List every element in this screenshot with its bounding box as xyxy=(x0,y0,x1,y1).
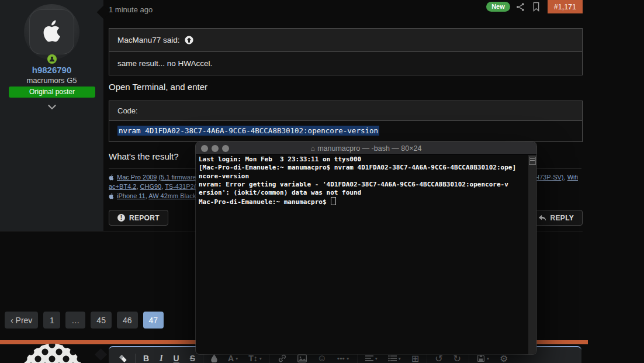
caret-down-icon: ▾ xyxy=(375,356,378,361)
terminal-scrollbar[interactable] xyxy=(528,155,536,354)
toolbar-divider xyxy=(427,354,427,363)
signature-link[interactable]: CHG90 xyxy=(140,183,162,190)
font-color-button[interactable]: A▾ xyxy=(223,353,243,363)
signature-link[interactable]: iPhone 11 xyxy=(117,192,146,199)
apple-icon xyxy=(109,174,114,181)
toolbar-divider xyxy=(269,354,270,363)
quote-attribution-text: MacManu77 said: xyxy=(117,36,180,44)
pagination-page-46[interactable]: 46 xyxy=(117,312,138,329)
list-icon xyxy=(388,355,397,362)
underline-button[interactable]: U xyxy=(168,353,185,363)
bookmark-icon xyxy=(532,2,540,12)
reply-arrow-icon xyxy=(538,215,546,222)
post-header-icons: New #1,171 xyxy=(486,0,583,13)
caret-down-icon: ▾ xyxy=(236,356,238,361)
apple-icon xyxy=(109,193,114,199)
terminal-output: Last login: Mon Feb 3 23:33:11 on ttys00… xyxy=(196,155,528,354)
image-icon xyxy=(297,354,307,362)
pagination-page-1[interactable]: 1 xyxy=(43,312,60,329)
signature-link[interactable]: Wifi xyxy=(567,174,578,181)
terminal-window[interactable]: ⌂manumacpro — -bash — 80×24 Last login: … xyxy=(196,142,536,354)
post-number-badge[interactable]: #1,171 xyxy=(548,0,583,13)
signature-link[interactable]: H73P-SV) xyxy=(535,174,564,181)
apple-logo-icon xyxy=(42,19,62,43)
highlight-color-button[interactable] xyxy=(206,353,223,363)
more-options-button[interactable]: •••▾ xyxy=(332,353,355,363)
pagination-prev[interactable]: ‹ Prev xyxy=(5,312,38,329)
home-folder-icon: ⌂ xyxy=(311,144,316,153)
save-draft-button[interactable]: ▾ xyxy=(472,353,494,363)
terminal-title-text: manumacpro — -bash — 80×24 xyxy=(317,144,421,153)
font-size-button[interactable]: T↕▾ xyxy=(243,353,267,363)
selected-code-text: nvram 4D1FDA02-38C7-4A6A-9CC6-4BCCA8B301… xyxy=(117,126,379,136)
signature-link[interactable]: (5,1 firmware) xyxy=(159,174,199,181)
online-user-badge xyxy=(47,54,57,64)
report-button[interactable]: ! REPORT xyxy=(109,210,168,226)
signature-link[interactable]: Mac Pro 2009 xyxy=(117,174,157,181)
pagination-page-45[interactable]: 45 xyxy=(91,312,112,329)
caret-down-icon: ▾ xyxy=(347,356,349,361)
code-block-label: Code: xyxy=(109,101,582,121)
text-align-button[interactable]: ▾ xyxy=(360,353,383,363)
reply-button[interactable]: REPLY xyxy=(529,210,583,226)
person-icon xyxy=(49,56,55,62)
share-button[interactable] xyxy=(516,2,525,12)
quote-block: MacManu77 said: same result... no HWAcce… xyxy=(109,28,583,75)
pagination: ‹ Prev1…454647 xyxy=(5,312,164,329)
signature-line-3: iPhone 11, AW 42mm Black S xyxy=(109,192,202,199)
insert-link-button[interactable] xyxy=(272,353,292,363)
redo-button[interactable]: ↻ xyxy=(448,353,466,363)
insert-table-button[interactable]: ⊞ xyxy=(406,353,424,363)
strikethrough-button[interactable]: S xyxy=(185,353,200,363)
terminal-title: ⌂manumacpro — -bash — 80×24 xyxy=(196,144,536,153)
droplet-icon xyxy=(211,354,217,362)
post-timestamp[interactable]: 1 minute ago xyxy=(109,5,153,14)
report-button-label: REPORT xyxy=(129,214,160,222)
insert-emoji-button[interactable]: ☺ xyxy=(312,353,332,363)
current-user-avatar[interactable] xyxy=(22,344,83,363)
insert-image-button[interactable] xyxy=(292,353,312,363)
insert-list-button[interactable]: ▾ xyxy=(383,353,406,363)
remove-format-button[interactable] xyxy=(113,353,133,363)
author-username[interactable]: h9826790 xyxy=(0,65,103,75)
editor-bubble-arrow xyxy=(95,348,107,361)
avatar[interactable] xyxy=(24,4,79,60)
signature-line-1-continued: H73P-SV), Wifi xyxy=(535,174,578,181)
bold-button[interactable]: B xyxy=(138,353,154,363)
terminal-line: Last login: Mon Feb 3 23:33:11 on ttys00… xyxy=(199,155,528,164)
caret-down-icon: ▾ xyxy=(487,356,489,361)
scrollbar-widget-icon[interactable] xyxy=(529,157,536,165)
caret-down-icon: ▾ xyxy=(399,356,401,361)
pagination-page-47[interactable]: 47 xyxy=(143,312,164,329)
editor-settings-button[interactable]: ⚙ xyxy=(494,353,513,363)
expand-author-details[interactable] xyxy=(0,105,103,110)
report-exclamation-icon: ! xyxy=(117,214,125,222)
toolbar-divider xyxy=(357,354,358,363)
signature-line-2: ac+BT4.2, CHG90, TS-431P2(4x xyxy=(109,183,203,190)
quote-attribution[interactable]: MacManu77 said: xyxy=(109,29,582,52)
code-block: Code: nvram 4D1FDA02-38C7-4A6A-9CC6-4BCC… xyxy=(109,101,583,142)
link-icon xyxy=(278,354,287,363)
signature-link[interactable]: AW 42mm Black S xyxy=(148,192,202,199)
pagination-ellipsis[interactable]: … xyxy=(65,312,85,329)
floppy-icon xyxy=(477,354,485,362)
toolbar-divider xyxy=(203,354,203,363)
chevron-down-icon xyxy=(48,105,56,110)
terminal-line: nvram: Error getting variable - '4D1FDA0… xyxy=(199,181,528,189)
signature-link[interactable]: ac+BT4.2 xyxy=(109,183,136,190)
quote-body: same result... no HWAccel. xyxy=(109,52,582,75)
reply-button-label: REPLY xyxy=(550,214,574,222)
bookmark-button[interactable] xyxy=(532,2,540,12)
share-icon xyxy=(516,2,525,12)
align-icon xyxy=(365,355,373,362)
jump-to-quoted-post-icon[interactable] xyxy=(185,36,193,44)
toolbar-divider xyxy=(469,354,469,363)
signature-line-1: Mac Pro 2009 (5,1 firmware), xyxy=(109,174,200,181)
undo-button[interactable]: ↺ xyxy=(430,353,448,363)
author-member-title: macrumors G5 xyxy=(0,76,103,85)
terminal-cursor xyxy=(331,197,336,205)
italic-button[interactable]: I xyxy=(154,353,168,363)
terminal-titlebar[interactable]: ⌂manumacpro — -bash — 80×24 xyxy=(196,142,536,155)
terminal-line: ncore-version xyxy=(199,172,528,181)
original-poster-badge: Original poster xyxy=(9,87,95,98)
